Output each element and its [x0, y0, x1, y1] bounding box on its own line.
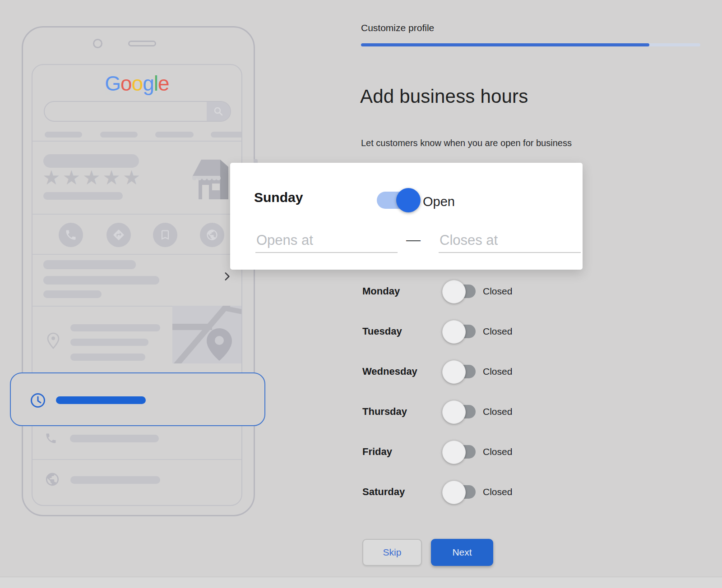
day-label: Wednesday — [362, 366, 444, 377]
mock-chip — [155, 132, 194, 138]
website-action — [200, 223, 224, 247]
mock-website-line — [70, 476, 160, 484]
toggle-knob — [442, 280, 466, 303]
speaker-icon — [128, 41, 156, 46]
day-toggle[interactable] — [444, 445, 476, 459]
sunday-hours-card: Sunday Open — — [230, 163, 583, 270]
progress-bar — [361, 43, 700, 46]
day-status: Closed — [483, 487, 512, 497]
phone-screen: Google ★★★★★ — [32, 64, 242, 506]
day-row: Thursday Closed — [362, 400, 512, 423]
day-status: Closed — [483, 446, 512, 457]
day-toggle[interactable] — [444, 325, 476, 338]
logo-letter: e — [158, 72, 169, 95]
day-status: Closed — [483, 326, 512, 337]
day-label: Saturday — [362, 486, 444, 498]
phone-icon — [45, 432, 57, 445]
mock-text-line — [43, 290, 102, 298]
toggle-knob — [442, 481, 466, 504]
day-row: Tuesday Closed — [362, 320, 512, 343]
day-row: Wednesday Closed — [362, 360, 512, 383]
time-range-separator: — — [406, 231, 421, 248]
day-toggle[interactable] — [444, 405, 476, 418]
mock-search-bar — [44, 101, 231, 122]
save-action — [153, 223, 177, 247]
day-toggle[interactable] — [444, 485, 476, 499]
logo-letter: g — [143, 72, 154, 95]
globe-icon — [206, 229, 218, 241]
day-label: Thursday — [362, 406, 444, 418]
day-row: Friday Closed — [362, 441, 512, 463]
day-status: Closed — [483, 286, 512, 297]
customize-profile-page: Google ★★★★★ — [0, 0, 722, 588]
day-label: Monday — [362, 285, 444, 297]
google-logo: Google — [32, 71, 241, 96]
globe-icon — [45, 472, 60, 487]
phone-mockup: Google ★★★★★ — [22, 26, 255, 516]
day-status: Closed — [483, 406, 512, 417]
mock-hours-line — [56, 396, 146, 404]
chevron-right-icon — [221, 271, 233, 282]
mock-chip — [211, 132, 242, 138]
page-subtitle: Let customers know when you are open for… — [361, 138, 572, 148]
next-button[interactable]: Next — [431, 539, 493, 566]
day-status: Open — [423, 194, 455, 209]
day-label: Tuesday — [362, 326, 444, 337]
mock-address-line — [70, 324, 160, 331]
rating-stars: ★★★★★ — [42, 168, 143, 188]
toggle-knob — [442, 320, 466, 344]
day-toggle[interactable] — [444, 365, 476, 378]
closes-at-input[interactable] — [439, 228, 581, 253]
hours-highlight-callout — [10, 372, 265, 426]
day-status: Closed — [483, 366, 512, 377]
location-pin-icon — [45, 330, 61, 350]
mock-phone-number — [70, 435, 159, 442]
mock-map — [172, 306, 242, 363]
progress-label: Customize profile — [361, 23, 434, 33]
days-list: Monday Closed Tuesday Closed Wednesday C… — [362, 280, 512, 503]
bottom-strip — [0, 577, 722, 588]
search-icon — [213, 106, 224, 117]
opens-at-input[interactable] — [255, 228, 398, 253]
day-row: Saturday Closed — [362, 481, 512, 503]
sunday-toggle[interactable] — [377, 192, 420, 209]
logo-letter: o — [132, 72, 143, 95]
directions-action — [106, 223, 131, 247]
mock-chip — [45, 132, 82, 138]
mock-chip — [100, 132, 138, 138]
mock-text-line — [43, 260, 136, 269]
toggle-knob — [442, 360, 466, 384]
progress-fill — [361, 43, 649, 46]
search-button — [207, 102, 230, 121]
day-toggle[interactable] — [444, 285, 476, 298]
camera-icon — [93, 39, 102, 48]
logo-letter: l — [154, 72, 158, 95]
skip-button[interactable]: Skip — [362, 539, 422, 566]
day-row: Monday Closed — [362, 280, 512, 303]
toggle-knob — [442, 441, 466, 464]
day-label: Sunday — [254, 190, 303, 205]
mock-business-title — [43, 154, 139, 168]
toggle-knob — [442, 400, 466, 424]
storefront-icon — [189, 156, 236, 203]
logo-letter: o — [120, 72, 132, 95]
mock-review-line — [43, 192, 123, 200]
day-label: Friday — [362, 446, 444, 458]
clock-icon — [30, 392, 46, 409]
call-action — [59, 223, 83, 247]
phone-icon — [65, 229, 77, 241]
mock-text-line — [43, 276, 159, 285]
mock-address-line — [70, 354, 145, 361]
directions-icon — [112, 229, 125, 241]
bookmark-icon — [159, 229, 171, 241]
toggle-knob — [396, 188, 421, 212]
mock-address-line — [70, 339, 148, 346]
logo-letter: G — [105, 72, 120, 95]
page-title: Add business hours — [360, 86, 528, 107]
